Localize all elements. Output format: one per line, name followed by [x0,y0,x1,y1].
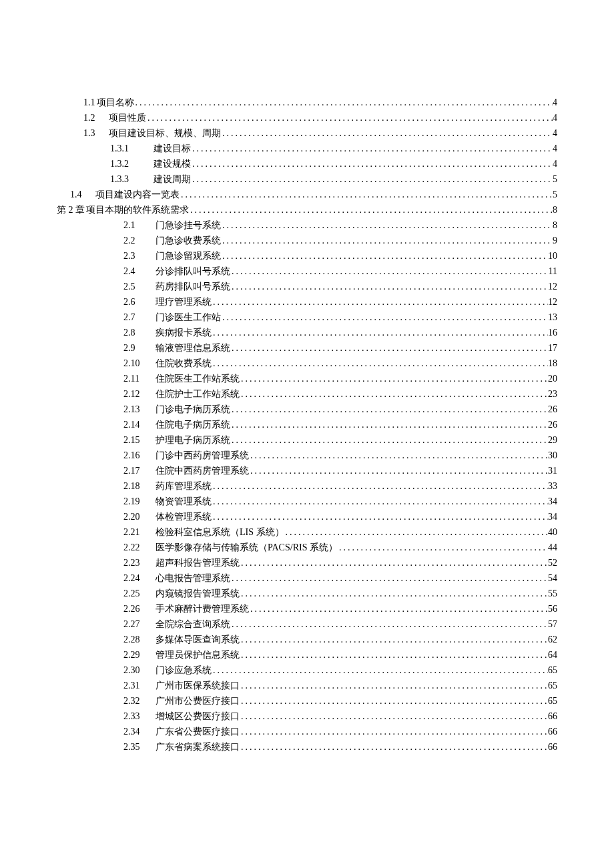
toc-number: 2.34 [123,724,156,739]
toc-page-number: 5 [553,171,557,187]
toc-number: 1.4 [70,187,95,202]
toc-entry[interactable]: 2.28多媒体导医查询系统62 [57,632,557,647]
toc-number: 2.29 [123,647,156,663]
toc-leader-dots [212,494,548,509]
toc-entry[interactable]: 2.7门诊医生工作站13 [57,310,557,325]
toc-leader-dots [240,739,548,755]
toc-label: 物资管理系统 [156,494,212,509]
toc-entry[interactable]: 1.1项目名称4 [57,95,557,110]
toc-entry[interactable]: 2.1门急诊挂号系统8 [57,218,557,233]
toc-page-number: 11 [549,264,557,279]
toc-number: 2.10 [123,356,156,371]
toc-leader-dots [134,95,553,110]
toc-leader-dots [240,647,548,663]
toc-leader-dots [240,693,548,709]
toc-leader-dots [221,248,548,264]
toc-leader-dots [212,509,548,524]
toc-entry[interactable]: 2.32广州市公费医疗接口65 [57,693,557,709]
toc-leader-dots [240,371,548,386]
toc-entry[interactable]: 2.30门诊应急系统65 [57,663,557,678]
toc-leader-dots [240,724,548,739]
toc-label: 手术麻醉计费管理系统 [156,601,249,616]
toc-number: 1.3.2 [110,156,154,171]
toc-entry[interactable]: 2.24心电报告管理系统54 [57,570,557,586]
toc-leader-dots [249,601,548,616]
toc-entry[interactable]: 2.20体检管理系统34 [57,509,557,524]
toc-label: 门急诊挂号系统 [156,218,221,233]
toc-entry[interactable]: 1.3项目建设目标、规模、周期4 [57,125,557,141]
toc-leader-dots [249,448,548,463]
toc-entry[interactable]: 2.31广州市医保系统接口65 [57,678,557,693]
toc-page-number: 56 [548,601,557,616]
toc-number: 2.21 [123,524,156,540]
toc-entry[interactable]: 2.29管理员保护信息系统64 [57,647,557,663]
toc-leader-dots [212,325,548,340]
toc-number: 2.30 [123,663,156,678]
toc-entry[interactable]: 1.3.3建设周期5 [57,171,557,187]
toc-label: 超声科报告管理系统 [156,555,240,570]
toc-entry[interactable]: 2.6理疗管理系统12 [57,294,557,310]
toc-page-number: 4 [553,125,557,141]
toc-number: 2.9 [123,340,156,356]
toc-label: 输液管理信息系统 [156,340,230,356]
toc-entry[interactable]: 2.21检验科室信息系统（LIS 系统）40 [57,524,557,540]
toc-entry[interactable]: 2.35广东省病案系统接口66 [57,739,557,755]
toc-entry[interactable]: 2.26手术麻醉计费管理系统56 [57,601,557,616]
toc-entry[interactable]: 2.27全院综合查询系统57 [57,616,557,632]
toc-entry[interactable]: 2.17住院中西药房管理系统31 [57,463,557,478]
toc-number: 2.23 [123,555,156,570]
toc-leader-dots [240,678,548,693]
toc-entry[interactable]: 1.2项目性质4 [57,110,557,125]
toc-number: 2.35 [123,739,156,755]
toc-entry[interactable]: 1.3.1建设目标4 [57,141,557,156]
toc-entry[interactable]: 2.15护理电子病历系统29 [57,432,557,448]
toc-leader-dots [212,294,548,310]
toc-entry[interactable]: 2.33增城区公费医疗接口66 [57,709,557,724]
toc-label: 建设周期 [154,171,191,187]
toc-entry[interactable]: 2.11住院医生工作站系统20 [57,371,557,386]
toc-label: 住院中西药房管理系统 [156,463,249,478]
toc-entry[interactable]: 2.8疾病报卡系统16 [57,325,557,340]
toc-entry[interactable]: 2.22医学影像存储与传输系统（PACS/RIS 系统）44 [57,540,557,555]
toc-number: 2.20 [123,509,156,524]
toc-entry[interactable]: 2.14住院电子病历系统26 [57,417,557,432]
toc-leader-dots [249,463,548,478]
toc-entry[interactable]: 2.2门急诊收费系统9 [57,233,557,248]
toc-entry[interactable]: 2.25内窥镜报告管理系统55 [57,586,557,601]
toc-entry[interactable]: 2.9输液管理信息系统17 [57,340,557,356]
toc-entry[interactable]: 第 2 章项目本期的软件系统需求8 [57,202,557,218]
toc-entry[interactable]: 2.13门诊电子病历系统26 [57,402,557,417]
toc-entry[interactable]: 2.3门急诊留观系统10 [57,248,557,264]
toc-number: 2.6 [123,294,156,310]
toc-page-number: 18 [548,356,557,371]
toc-leader-dots [230,279,548,294]
toc-page-number: 34 [548,509,557,524]
toc-entry[interactable]: 2.23超声科报告管理系统52 [57,555,557,570]
toc-number: 2.32 [123,693,156,709]
toc-entry[interactable]: 1.3.2建设规模4 [57,156,557,171]
toc-label: 心电报告管理系统 [156,570,230,586]
toc-entry[interactable]: 2.19物资管理系统34 [57,494,557,509]
toc-entry[interactable]: 2.12住院护士工作站系统23 [57,386,557,402]
toc-number: 1.1 [83,95,95,110]
toc-number: 2.3 [123,248,156,264]
toc-leader-dots [284,524,549,540]
toc-entry[interactable]: 2.5药房排队叫号系统12 [57,279,557,294]
toc-leader-dots [230,402,548,417]
toc-entry[interactable]: 1.4项目建设内容一览表5 [57,187,557,202]
toc-leader-dots [212,478,548,494]
toc-page-number: 30 [548,448,557,463]
toc-page-number: 65 [548,693,557,709]
toc-label: 门诊中西药房管理系统 [156,448,249,463]
toc-label: 住院护士工作站系统 [156,386,240,402]
toc-entry[interactable]: 2.10住院收费系统18 [57,356,557,371]
toc-entry[interactable]: 2.4分诊排队叫号系统11 [57,264,557,279]
toc-label: 体检管理系统 [156,509,212,524]
toc-number: 2.12 [123,386,156,402]
toc-leader-dots [189,202,553,218]
toc-leader-dots [212,663,548,678]
toc-label: 项目本期的软件系统需求 [86,202,189,218]
toc-entry[interactable]: 2.34广东省公费医疗接口66 [57,724,557,739]
toc-entry[interactable]: 2.16门诊中西药房管理系统30 [57,448,557,463]
toc-entry[interactable]: 2.18药库管理系统33 [57,478,557,494]
